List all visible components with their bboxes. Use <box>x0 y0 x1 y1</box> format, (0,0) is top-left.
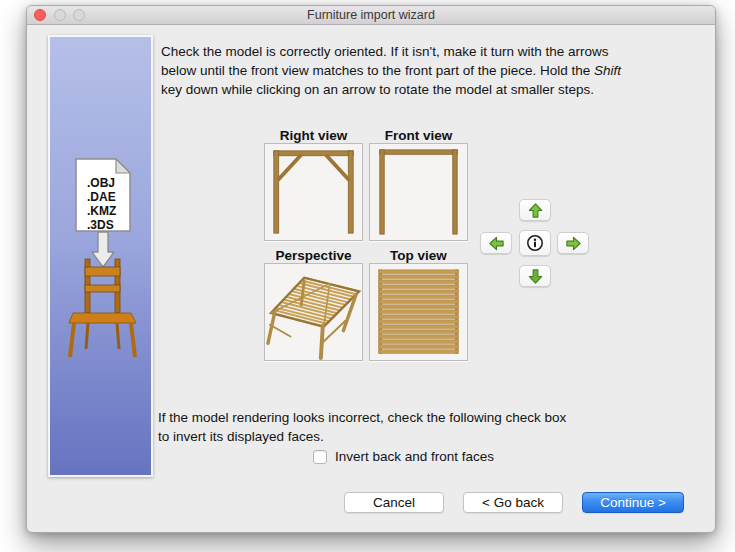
continue-button[interactable]: Continue > <box>582 492 684 513</box>
window-title: Furniture import wizard <box>27 8 715 22</box>
import-illustration: .OBJ .DAE .KMZ .3DS <box>50 37 151 475</box>
front-view-image <box>370 144 467 240</box>
green-arrow-down-icon <box>527 268 544 285</box>
wizard-sidebar-illustration: .OBJ .DAE .KMZ .3DS <box>48 35 153 477</box>
rotate-down-button[interactable] <box>519 265 551 287</box>
top-view-image <box>370 264 467 360</box>
instruction-line-3: key down while clicking on an arrow to r… <box>161 80 621 99</box>
info-button[interactable] <box>519 230 551 256</box>
orientation-instructions: Check the model is correctly oriented. I… <box>161 42 621 99</box>
faces-instructions: If the model rendering looks incorrect, … <box>158 408 566 446</box>
import-down-arrow-icon <box>92 232 114 267</box>
faces-line-1: If the model rendering looks incorrect, … <box>158 408 566 427</box>
format-dae: .DAE <box>87 190 116 204</box>
model-file-icon: .OBJ .DAE .KMZ .3DS <box>76 159 130 232</box>
rotate-right-button[interactable] <box>557 232 589 254</box>
info-circle-icon <box>526 234 544 252</box>
perspective-view-label: Perspective <box>264 248 363 263</box>
format-kmz: .KMZ <box>87 204 116 218</box>
invert-faces-label[interactable]: Invert back and front faces <box>335 449 494 464</box>
front-view-label: Front view <box>369 128 468 143</box>
right-view-panel <box>264 143 363 241</box>
instruction-line-2-text: below until the front view matches to th… <box>161 63 594 78</box>
shift-keyword: Shift <box>594 63 621 78</box>
format-obj: .OBJ <box>87 176 115 190</box>
title-bar: Furniture import wizard <box>27 6 715 25</box>
rotate-left-button[interactable] <box>480 232 512 254</box>
format-3ds: .3DS <box>87 218 114 232</box>
invert-faces-row: Invert back and front faces <box>313 449 494 464</box>
green-arrow-left-icon <box>488 235 505 252</box>
instruction-line-2: below until the front view matches to th… <box>161 61 621 80</box>
go-back-button[interactable]: < Go back <box>463 492 563 513</box>
top-view-panel <box>369 263 468 361</box>
right-view-image <box>265 144 362 240</box>
perspective-view-image <box>265 264 362 360</box>
instruction-line-1: Check the model is correctly oriented. I… <box>161 42 621 61</box>
green-arrow-right-icon <box>565 235 582 252</box>
furniture-import-wizard-window: Furniture import wizard .OBJ .DAE .KMZ .… <box>26 5 716 533</box>
faces-line-2: to invert its displayed faces. <box>158 427 566 446</box>
right-view-label: Right view <box>264 128 363 143</box>
cancel-button[interactable]: Cancel <box>344 492 444 513</box>
top-view-label: Top view <box>369 248 468 263</box>
green-arrow-up-icon <box>527 202 544 219</box>
chair-icon <box>69 259 136 357</box>
perspective-view-panel <box>264 263 363 361</box>
rotate-up-button[interactable] <box>519 199 551 221</box>
front-view-panel <box>369 143 468 241</box>
invert-faces-checkbox[interactable] <box>313 450 327 464</box>
